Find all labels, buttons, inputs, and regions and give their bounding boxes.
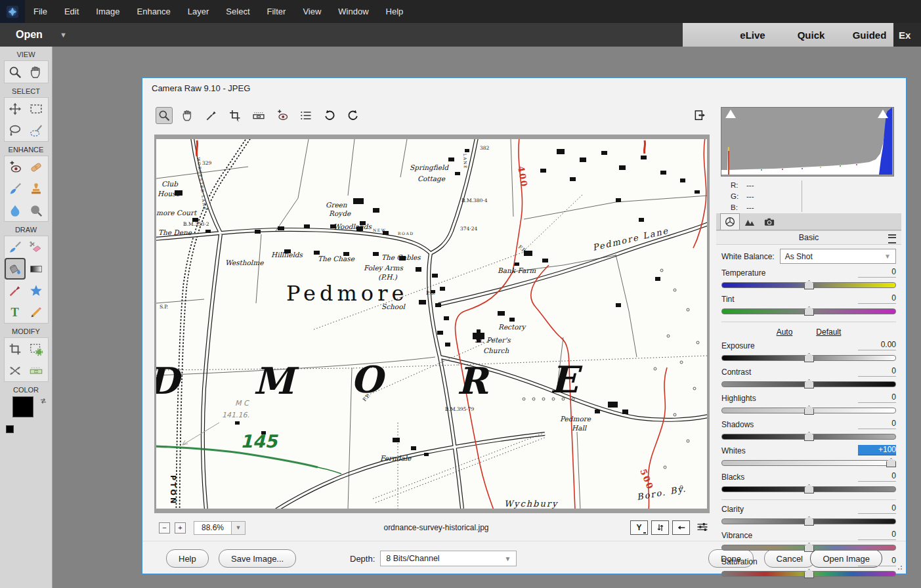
zoom-level-dropdown[interactable]: ▼ — [232, 521, 246, 535]
crop-tool[interactable] — [5, 338, 26, 360]
spot-healing-brush-tool[interactable] — [26, 156, 47, 178]
hand-tool[interactable] — [179, 107, 196, 124]
before-after-toggle-button[interactable]: Y — [630, 520, 648, 535]
slider-clarity-label: Clarity — [721, 505, 744, 514]
menu-edit[interactable]: Edit — [64, 7, 79, 16]
white-balance-select[interactable]: As Shot▼ — [780, 249, 896, 264]
slider-exposure-value[interactable]: 0.00 — [858, 340, 896, 350]
menu-file[interactable]: File — [33, 7, 47, 16]
depth-select[interactable]: 8 Bits/Channel▼ — [380, 551, 517, 566]
tool-grid-select — [4, 97, 49, 142]
clone-stamp-tool[interactable] — [26, 178, 47, 200]
toggle-fullscreen-button[interactable] — [691, 107, 708, 124]
auto-link[interactable]: Auto — [777, 327, 793, 337]
menu-select[interactable]: Select — [226, 7, 249, 16]
foreground-color-swatch[interactable] — [12, 396, 33, 417]
help-button[interactable]: Help — [166, 549, 209, 568]
zoom-in-button[interactable]: + — [175, 522, 186, 534]
zoom-tool[interactable] — [156, 107, 173, 124]
hand-icon — [181, 109, 194, 122]
chevron-down-icon[interactable]: ▼ — [60, 31, 67, 39]
lasso-tool[interactable] — [5, 119, 26, 141]
zoom-tool[interactable] — [5, 61, 26, 83]
default-foreground-swatch[interactable] — [6, 425, 14, 433]
menu-filter[interactable]: Filter — [267, 7, 286, 16]
preview-frame: 329ClubHousemore CourtB.M.353·2The DeneS… — [154, 135, 710, 513]
map-preview-image[interactable]: 329ClubHousemore CourtB.M.353·2The DeneS… — [156, 139, 707, 509]
pencil-tool[interactable] — [26, 301, 47, 323]
rotate-right-button[interactable] — [345, 107, 362, 124]
slider-whites-track[interactable] — [721, 460, 896, 466]
shape-tool[interactable] — [26, 280, 47, 301]
type-tool[interactable] — [5, 301, 26, 323]
zoom-level-value[interactable]: 88.6% — [194, 521, 232, 535]
default-link[interactable]: Default — [816, 327, 841, 337]
tab-quick[interactable]: Quick — [782, 23, 840, 47]
red-eye-removal-tool[interactable] — [5, 156, 26, 178]
slider-vibrance-value[interactable]: 0 — [858, 530, 896, 540]
tab-guided[interactable]: Guided — [840, 23, 899, 47]
panel-menu-icon[interactable] — [888, 234, 896, 243]
swap-colors-icon[interactable] — [39, 396, 48, 406]
smart-brush-tool[interactable] — [5, 178, 26, 200]
straighten-tool[interactable] — [250, 107, 267, 124]
menu-layer[interactable]: Layer — [188, 7, 209, 16]
camera-raw-toolbar — [156, 104, 362, 127]
swap-before-after-button[interactable] — [651, 520, 669, 535]
move-tool[interactable] — [5, 98, 26, 119]
menu-enhance[interactable]: Enhance — [137, 7, 171, 16]
slider-saturation-value[interactable]: 0 — [858, 556, 896, 566]
tab-detail[interactable] — [740, 213, 760, 230]
tab-elive[interactable]: eLive — [723, 23, 782, 47]
blur-tool[interactable] — [5, 200, 26, 221]
open-button[interactable]: Open ▼ — [16, 23, 67, 47]
slider-blacks-value[interactable]: 0 — [858, 471, 896, 482]
straighten-tool[interactable] — [26, 360, 47, 381]
gradient-tool[interactable] — [26, 258, 47, 280]
rgb-readout: R:---G:---B:--- — [716, 179, 901, 213]
slider-vibrance: Vibrance0 — [721, 530, 896, 553]
red-eye-removal-tool[interactable] — [274, 107, 291, 124]
slider-tint-value[interactable]: 0 — [858, 293, 896, 304]
copy-settings-button[interactable] — [672, 520, 690, 535]
rgb-row-r: R:--- — [716, 179, 901, 190]
crop-tool[interactable] — [226, 107, 244, 124]
menu-view[interactable]: View — [303, 7, 321, 16]
brush-tool[interactable] — [5, 236, 26, 258]
marquee-tool[interactable] — [26, 98, 47, 119]
map-contour-lines — [196, 139, 706, 509]
quick-selection-tool[interactable] — [26, 119, 47, 141]
tab-basic[interactable] — [720, 213, 740, 230]
crop-icon — [8, 342, 22, 356]
paint-bucket-tool[interactable] — [5, 258, 26, 280]
eraser-tool[interactable] — [26, 236, 47, 258]
menu-help[interactable]: Help — [386, 7, 404, 16]
zoom-out-button[interactable]: − — [159, 522, 170, 534]
recompose-tool[interactable] — [26, 338, 47, 360]
slider-shadows-value[interactable]: 0 — [858, 419, 896, 429]
save-image-button[interactable]: Save Image... — [219, 549, 296, 568]
tab-camera-calibration[interactable] — [760, 213, 779, 230]
tab-expert[interactable]: Ex — [893, 23, 921, 47]
slider-contrast-value[interactable]: 0 — [858, 366, 896, 377]
rotate-left-button[interactable] — [321, 107, 338, 124]
preferences-button[interactable] — [297, 107, 314, 124]
map-label: 382 — [480, 145, 490, 151]
slider-clarity-value[interactable]: 0 — [858, 503, 896, 514]
slider-highlights-value[interactable]: 0 — [858, 392, 896, 403]
eyedropper-tool[interactable] — [5, 280, 26, 301]
smart-brush-icon — [8, 182, 22, 196]
slider-exposure: Exposure0.00 — [721, 340, 896, 363]
menu-image[interactable]: Image — [96, 7, 119, 16]
menu-window[interactable]: Window — [338, 7, 368, 16]
rgb-row-b: B:--- — [716, 201, 901, 213]
map-label: School — [381, 303, 406, 310]
sharpen-tool[interactable] — [26, 200, 47, 221]
slider-whites-value[interactable]: +100 — [858, 445, 896, 455]
slider-temperature-value[interactable]: 0 — [858, 267, 896, 278]
content-aware-move-tool[interactable] — [5, 360, 26, 381]
preview-settings-icon[interactable] — [695, 520, 710, 536]
hand-tool[interactable] — [26, 61, 47, 83]
resize-grip[interactable] — [897, 565, 903, 570]
white-balance-tool[interactable] — [203, 107, 220, 124]
